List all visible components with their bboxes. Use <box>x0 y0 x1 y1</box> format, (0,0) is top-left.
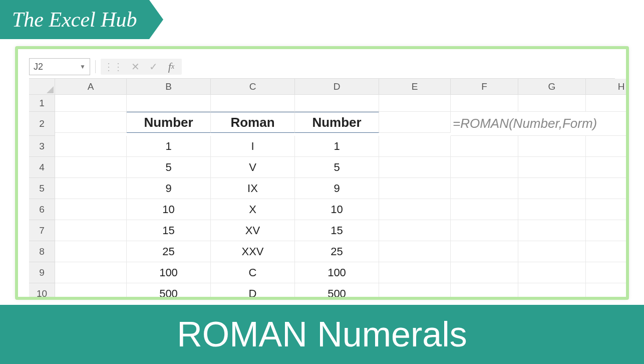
cell[interactable] <box>586 220 629 241</box>
cell[interactable]: 5 <box>295 157 379 178</box>
cell[interactable] <box>379 178 451 199</box>
table-header-number2[interactable]: Number <box>295 112 379 133</box>
cell[interactable]: C <box>211 262 295 283</box>
table-header-number[interactable]: Number <box>127 112 211 133</box>
table-header-roman[interactable]: Roman <box>211 112 295 133</box>
cell[interactable] <box>586 136 629 157</box>
cell[interactable] <box>451 241 518 262</box>
cell[interactable]: 100 <box>295 262 379 283</box>
cell[interactable]: 500 <box>127 283 211 300</box>
chevron-down-icon[interactable]: ▼ <box>80 63 86 70</box>
cell[interactable]: 5 <box>127 157 211 178</box>
cell[interactable]: 10 <box>295 199 379 220</box>
cell[interactable] <box>55 178 127 199</box>
cell[interactable] <box>451 136 518 157</box>
cell[interactable] <box>55 112 127 133</box>
cell[interactable]: 10 <box>127 199 211 220</box>
select-all-corner[interactable] <box>29 79 55 95</box>
row-header-6[interactable]: 6 <box>29 199 55 220</box>
cell[interactable] <box>55 241 127 262</box>
row-header-8[interactable]: 8 <box>29 241 55 262</box>
cell[interactable] <box>518 220 586 241</box>
cell[interactable] <box>211 95 295 112</box>
cell[interactable]: 500 <box>295 283 379 300</box>
cell[interactable] <box>451 157 518 178</box>
cell[interactable]: IX <box>211 178 295 199</box>
cell[interactable] <box>55 95 127 112</box>
col-header-e[interactable]: E <box>379 79 451 95</box>
cell[interactable] <box>451 283 518 300</box>
cell[interactable]: 1 <box>295 136 379 157</box>
cell[interactable]: X <box>211 199 295 220</box>
cell[interactable] <box>586 241 629 262</box>
cell[interactable] <box>586 95 629 112</box>
cell[interactable] <box>55 199 127 220</box>
cell[interactable]: 15 <box>295 220 379 241</box>
cell[interactable]: 9 <box>295 178 379 199</box>
cell[interactable] <box>451 95 518 112</box>
cell[interactable] <box>518 241 586 262</box>
spreadsheet-grid[interactable]: A B C D E F G H 1 2 Number Roman Number <box>29 78 615 300</box>
cell[interactable] <box>379 136 451 157</box>
cell[interactable] <box>55 136 127 157</box>
cell[interactable] <box>295 95 379 112</box>
cell[interactable]: XV <box>211 220 295 241</box>
cell[interactable] <box>55 220 127 241</box>
col-header-c[interactable]: C <box>211 79 295 95</box>
cell[interactable]: 1 <box>127 136 211 157</box>
name-box[interactable]: J2 ▼ <box>29 58 90 75</box>
cell[interactable] <box>379 283 451 300</box>
cell[interactable] <box>379 112 451 133</box>
cell[interactable] <box>518 178 586 199</box>
row-header-1[interactable]: 1 <box>29 95 55 112</box>
cell[interactable] <box>451 199 518 220</box>
drag-handle-icon[interactable]: ⋮⋮ <box>104 65 123 69</box>
col-header-h[interactable]: H <box>586 79 629 95</box>
cell[interactable] <box>586 199 629 220</box>
cell[interactable]: XXV <box>211 241 295 262</box>
col-header-d[interactable]: D <box>295 79 379 95</box>
cell[interactable] <box>518 199 586 220</box>
cell[interactable] <box>518 283 586 300</box>
cell[interactable] <box>379 241 451 262</box>
cell[interactable] <box>586 178 629 199</box>
row-header-7[interactable]: 7 <box>29 220 55 241</box>
check-icon[interactable]: ✓ <box>146 60 161 74</box>
col-header-b[interactable]: B <box>127 79 211 95</box>
cell[interactable] <box>586 262 629 283</box>
cell[interactable] <box>379 95 451 112</box>
cell[interactable] <box>55 157 127 178</box>
cell[interactable] <box>127 95 211 112</box>
cell[interactable]: 9 <box>127 178 211 199</box>
cell[interactable] <box>518 262 586 283</box>
cell[interactable] <box>379 220 451 241</box>
cell[interactable] <box>518 157 586 178</box>
cancel-icon[interactable]: ✕ <box>128 60 143 74</box>
row-header-9[interactable]: 9 <box>29 262 55 283</box>
col-header-g[interactable]: G <box>518 79 586 95</box>
row-header-10[interactable]: 10 <box>29 283 55 300</box>
cell[interactable] <box>451 220 518 241</box>
fx-icon[interactable]: fx <box>164 60 179 74</box>
cell[interactable]: 25 <box>127 241 211 262</box>
cell[interactable] <box>55 283 127 300</box>
cell[interactable]: I <box>211 136 295 157</box>
cell[interactable] <box>379 199 451 220</box>
cell[interactable] <box>55 262 127 283</box>
cell[interactable] <box>586 283 629 300</box>
cell[interactable] <box>586 157 629 178</box>
cell[interactable] <box>518 95 586 112</box>
cell[interactable]: 15 <box>127 220 211 241</box>
col-header-f[interactable]: F <box>451 79 518 95</box>
cell[interactable]: 100 <box>127 262 211 283</box>
cell[interactable]: V <box>211 157 295 178</box>
cell[interactable]: 25 <box>295 241 379 262</box>
cell[interactable] <box>451 262 518 283</box>
cell[interactable] <box>451 178 518 199</box>
row-header-5[interactable]: 5 <box>29 178 55 199</box>
row-header-4[interactable]: 4 <box>29 157 55 178</box>
cell[interactable] <box>379 262 451 283</box>
cell[interactable] <box>379 157 451 178</box>
row-header-3[interactable]: 3 <box>29 136 55 157</box>
row-header-2[interactable]: 2 <box>29 112 55 136</box>
